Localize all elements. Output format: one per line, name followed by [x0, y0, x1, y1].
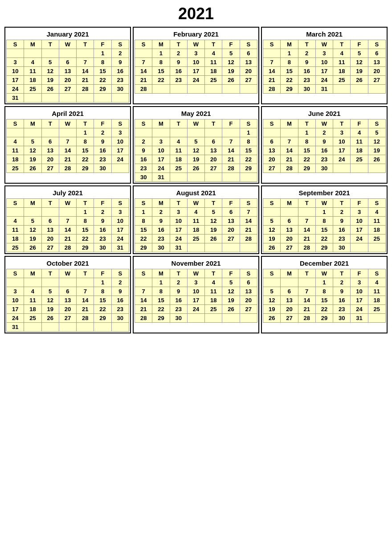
calendar-day	[59, 49, 76, 58]
day-header: T	[77, 199, 94, 208]
calendar-day: 14	[59, 146, 76, 155]
calendar-day	[59, 208, 76, 217]
calendar-day: 28	[135, 314, 152, 323]
calendar-day: 23	[111, 76, 129, 85]
calendar-day: 9	[170, 287, 187, 296]
calendar-day: 7	[263, 58, 281, 67]
calendar-day: 16	[94, 226, 111, 234]
day-header: S	[7, 119, 24, 128]
day-header: T	[205, 199, 222, 208]
calendar-day: 29	[281, 85, 298, 94]
calendar-day: 25	[351, 155, 368, 164]
day-header: T	[298, 119, 315, 128]
calendar-day	[7, 49, 24, 58]
calendar-day: 30	[94, 243, 111, 252]
calendar-day: 27	[222, 234, 240, 243]
month-block: July 2021SMTWTFS123456789101112131415161…	[4, 185, 131, 254]
calendar-day: 30	[135, 173, 152, 182]
calendar-day: 1	[315, 208, 333, 217]
calendar-day: 17	[7, 76, 24, 85]
calendar-day	[281, 128, 298, 137]
calendar-day: 24	[111, 234, 129, 243]
calendar-day: 24	[187, 305, 204, 314]
year-title: 2021	[4, 4, 388, 23]
day-header: T	[77, 119, 94, 128]
day-header: F	[222, 269, 240, 278]
calendar-day: 25	[7, 164, 24, 173]
calendar-day: 2	[298, 49, 315, 58]
calendar-day: 5	[222, 49, 240, 58]
calendar-day	[351, 164, 368, 173]
day-header: S	[240, 119, 257, 128]
day-header: T	[170, 40, 187, 49]
calendar-day	[187, 173, 204, 182]
calendar-day: 31	[111, 243, 129, 252]
calendar-day: 2	[152, 208, 170, 217]
day-header: T	[41, 199, 59, 208]
month-title: February 2021	[135, 29, 257, 40]
calendar-day: 28	[298, 243, 315, 252]
calendar-day: 14	[77, 67, 94, 76]
calendar-day: 7	[281, 137, 298, 146]
calendar-day: 26	[41, 314, 59, 323]
calendar-day	[24, 94, 41, 103]
calendar-day: 9	[94, 217, 111, 226]
calendar-day: 4	[368, 208, 385, 217]
calendar-day: 24	[187, 76, 204, 85]
calendar-day	[152, 128, 170, 137]
calendar-day	[24, 128, 41, 137]
day-header: S	[368, 269, 385, 278]
calendar-day: 2	[170, 49, 187, 58]
calendar-day	[263, 278, 281, 287]
calendar-day: 13	[281, 296, 298, 305]
calendar-day: 13	[205, 146, 222, 155]
day-header: M	[24, 269, 41, 278]
calendar-day: 29	[94, 314, 111, 323]
day-header: T	[170, 269, 187, 278]
calendar-day: 9	[94, 137, 111, 146]
day-header: T	[333, 269, 351, 278]
calendar-day: 14	[281, 146, 298, 155]
calendar-day	[222, 173, 240, 182]
calendar-day: 16	[111, 67, 129, 76]
calendar-day: 5	[41, 58, 59, 67]
month-title: July 2021	[6, 187, 129, 198]
calendar-day: 14	[240, 217, 257, 226]
calendar-day	[205, 243, 222, 252]
calendar-day: 3	[7, 58, 24, 67]
calendar-day	[41, 323, 59, 332]
calendar-day: 4	[24, 58, 41, 67]
calendar-day: 19	[41, 76, 59, 85]
month-block: September 2021SMTWTFS1234567891011121314…	[261, 185, 388, 254]
calendar-day	[94, 323, 111, 332]
calendar-day: 19	[368, 146, 385, 155]
calendar-day: 27	[205, 164, 222, 173]
day-header: F	[94, 269, 111, 278]
day-header: W	[59, 119, 76, 128]
calendar-day: 24	[315, 76, 333, 85]
calendar-day: 24	[333, 155, 351, 164]
calendar-day	[41, 128, 59, 137]
day-header: S	[240, 40, 257, 49]
calendar-table: SMTWTFS123456789101112131415161718192021…	[135, 198, 257, 252]
calendar-day: 22	[240, 155, 257, 164]
calendar-day	[368, 314, 385, 323]
calendar-day: 14	[135, 67, 152, 76]
calendar-day: 3	[187, 278, 204, 287]
calendar-day: 18	[24, 305, 41, 314]
calendar-day: 23	[333, 234, 351, 243]
calendar-day: 17	[111, 226, 129, 234]
calendar-day: 28	[240, 234, 257, 243]
calendar-day	[111, 164, 129, 173]
calendar-day: 16	[111, 296, 129, 305]
calendar-day: 1	[281, 49, 298, 58]
day-header: M	[152, 40, 170, 49]
month-title: September 2021	[263, 187, 386, 198]
calendar-table: SMTWTFS123456789101112131415161718192021…	[135, 119, 257, 182]
calendar-day: 20	[281, 234, 298, 243]
calendar-day: 6	[222, 208, 240, 217]
calendar-day	[24, 49, 41, 58]
calendar-day: 20	[240, 67, 257, 76]
calendar-day: 25	[205, 76, 222, 85]
calendar-day: 13	[368, 58, 385, 67]
